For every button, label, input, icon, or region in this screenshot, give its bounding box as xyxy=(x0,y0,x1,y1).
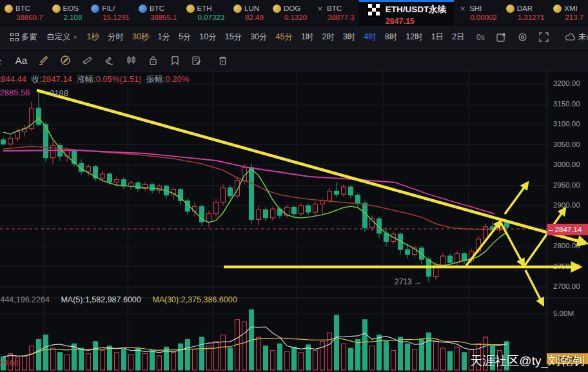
volume-bar[interactable] xyxy=(257,337,261,370)
volume-bar[interactable] xyxy=(406,344,410,370)
volume-bar[interactable] xyxy=(143,354,148,371)
interval-30分[interactable]: 30分 xyxy=(246,29,271,45)
volume-bar[interactable] xyxy=(462,353,467,370)
volume-bar[interactable] xyxy=(186,339,190,370)
volume-bar[interactable] xyxy=(356,339,360,370)
interval-10分[interactable]: 10分 xyxy=(195,29,220,45)
candle[interactable] xyxy=(108,174,112,182)
candle[interactable] xyxy=(221,188,226,202)
chart-region[interactable]: 3200.003150.003100.003050.003000.002950.… xyxy=(0,71,588,372)
volume-bar[interactable] xyxy=(58,353,63,370)
volume-bar[interactable] xyxy=(285,351,289,370)
volume-bar[interactable] xyxy=(129,355,133,370)
volume-bar[interactable] xyxy=(44,335,48,370)
volume-bar[interactable] xyxy=(122,349,126,370)
volume-bar[interactable] xyxy=(391,350,396,370)
ticker-item[interactable]: XMI213.7 xyxy=(549,0,588,26)
multi-window-button[interactable]: 多窗 xyxy=(6,29,41,45)
cursor-icon[interactable] xyxy=(0,53,9,68)
gear-icon[interactable] xyxy=(513,30,533,44)
volume-bar[interactable] xyxy=(292,347,297,370)
candle[interactable] xyxy=(505,222,509,227)
candle[interactable] xyxy=(349,187,353,195)
candle[interactable] xyxy=(335,191,339,194)
volume-bar[interactable] xyxy=(349,348,353,370)
volume-bar[interactable] xyxy=(264,346,268,370)
volume-bar[interactable] xyxy=(23,356,27,370)
layout-save-button[interactable]: 未命名 ∨ xyxy=(562,29,588,45)
pen-tool[interactable] xyxy=(99,53,119,68)
ticker-item[interactable]: BTC38855.1 xyxy=(134,0,182,26)
forecast-arrow-drawing[interactable] xyxy=(524,209,565,266)
volume-bar[interactable] xyxy=(299,353,304,370)
interval-4时[interactable]: 4时 xyxy=(360,29,380,45)
volume-bar[interactable] xyxy=(79,348,84,370)
candle[interactable] xyxy=(455,253,460,262)
interval-1分[interactable]: 1分 xyxy=(153,29,174,45)
interval-15分[interactable]: 15分 xyxy=(220,29,246,45)
ticker-item[interactable]: LUN82.49 xyxy=(229,0,268,26)
volume-bar[interactable] xyxy=(278,344,282,370)
candle[interactable] xyxy=(101,174,105,178)
note-edit-tool[interactable] xyxy=(187,53,206,68)
bookmark-tool[interactable] xyxy=(165,53,184,68)
candle[interactable] xyxy=(193,206,197,211)
candle[interactable] xyxy=(271,209,275,218)
volume-bar[interactable] xyxy=(342,344,346,370)
volume-bar[interactable] xyxy=(200,337,204,370)
interval-分时[interactable]: 分时 xyxy=(104,29,128,45)
new-pane-icon[interactable] xyxy=(491,30,511,44)
volume-bar[interactable] xyxy=(108,346,112,370)
ticker-item[interactable]: ✕SHI0.00002 xyxy=(454,0,502,26)
candle[interactable] xyxy=(115,180,119,182)
ticker-item[interactable]: ✕BTC38877.3 xyxy=(311,0,359,26)
ticker-item[interactable]: ETH0.07323 xyxy=(182,0,230,26)
ticker-item[interactable]: EOS2.108 xyxy=(48,0,87,26)
volume-bar[interactable] xyxy=(179,344,183,370)
brush-circle-tool[interactable] xyxy=(55,53,75,68)
volume-bar[interactable] xyxy=(320,342,325,370)
volume-bar[interactable] xyxy=(413,349,417,370)
volume-bar[interactable] xyxy=(136,348,141,370)
candle[interactable] xyxy=(207,214,211,222)
interval-5分[interactable]: 5分 xyxy=(174,29,195,45)
custom-interval-button[interactable]: 自定义 ∨ xyxy=(43,29,81,45)
forecast-arrow-drawing[interactable] xyxy=(500,222,524,265)
candle[interactable] xyxy=(257,210,261,219)
ticker-item[interactable]: DAR1.31271 xyxy=(502,0,549,26)
volume-bar[interactable] xyxy=(65,355,70,370)
volume-bar[interactable] xyxy=(242,322,247,370)
lock-tool[interactable] xyxy=(143,53,162,68)
candle[interactable] xyxy=(406,250,410,255)
candle[interactable] xyxy=(136,183,141,189)
candle[interactable] xyxy=(228,188,233,196)
volume-bar[interactable] xyxy=(228,348,233,370)
interval-1秒[interactable]: 1秒 xyxy=(83,29,103,45)
candle[interactable] xyxy=(86,167,91,172)
interval-12时[interactable]: 12时 xyxy=(402,29,427,45)
text-tool[interactable]: Aa xyxy=(12,53,31,68)
volume-bar[interactable] xyxy=(363,320,368,370)
volume-bar[interactable] xyxy=(434,342,438,370)
volume-bar[interactable] xyxy=(172,353,176,370)
volume-bar[interactable] xyxy=(214,342,219,370)
interval-1日[interactable]: 1日 xyxy=(427,29,447,45)
forecast-arrow-drawing[interactable] xyxy=(505,183,527,214)
candle[interactable] xyxy=(356,195,360,204)
volume-bar[interactable] xyxy=(207,346,211,370)
volume-bar[interactable] xyxy=(101,350,105,370)
candle[interactable] xyxy=(342,187,346,194)
interval-30秒[interactable]: 30秒 xyxy=(128,29,153,45)
volume-bar[interactable] xyxy=(271,350,275,370)
candle[interactable] xyxy=(299,206,304,214)
volume-bar[interactable] xyxy=(150,350,155,370)
candle[interactable] xyxy=(363,203,368,228)
candle-pattern-tool[interactable] xyxy=(121,53,141,68)
candle[interactable] xyxy=(37,108,41,124)
volume-bar[interactable] xyxy=(306,345,311,370)
candle[interactable] xyxy=(235,181,240,196)
ticker-item[interactable]: DOG0.1320 xyxy=(268,0,311,26)
brush-tool-selected[interactable] xyxy=(34,53,53,68)
volume-bar[interactable] xyxy=(157,356,162,370)
volume-bar[interactable] xyxy=(37,339,41,370)
